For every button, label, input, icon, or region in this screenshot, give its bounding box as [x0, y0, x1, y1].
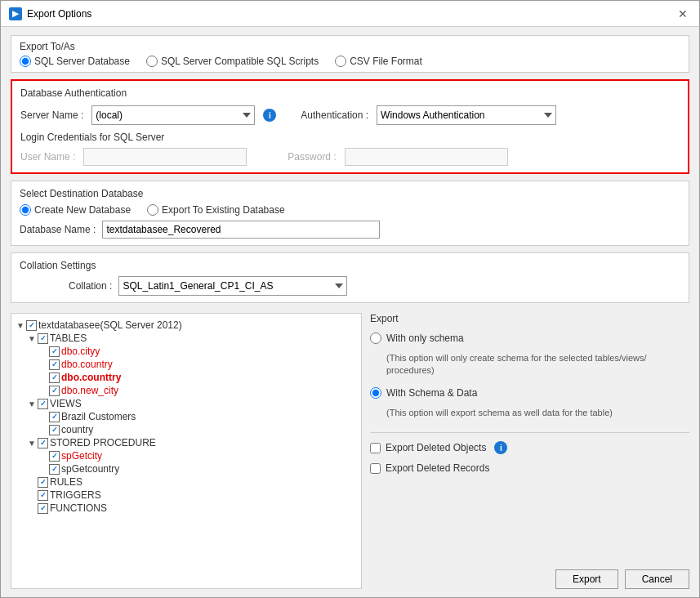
radio-csv-label: CSV File Format	[350, 56, 422, 67]
sp-expand-icon: ▼	[28, 439, 36, 448]
country-label: dbo.country	[61, 359, 113, 370]
new-city-label: dbo.new_city	[61, 385, 118, 396]
export-panel: Export With only schema (This option wil…	[370, 313, 689, 589]
collation-row: Collation : SQL_Latin1_General_CP1_CI_AS	[20, 276, 680, 296]
tables-expand-icon: ▼	[28, 334, 36, 343]
password-input[interactable]	[345, 148, 508, 166]
new-city-checkbox[interactable]	[49, 386, 60, 396]
root-checkbox[interactable]	[26, 320, 37, 331]
cancel-button[interactable]: Cancel	[625, 569, 689, 589]
schema-only-option[interactable]: With only schema	[370, 332, 689, 344]
tables-label: TABLES	[50, 332, 87, 344]
rules-checkbox[interactable]	[38, 477, 48, 488]
triggers-checkbox[interactable]	[38, 490, 48, 501]
schema-data-radio[interactable]	[370, 387, 381, 399]
username-label: User Name :	[20, 151, 75, 163]
schema-data-option[interactable]: With Schema & Data	[370, 387, 689, 399]
tree-new-city[interactable]: dbo.new_city	[16, 384, 356, 397]
export-deleted-objects-row[interactable]: Export Deleted Objects i	[370, 441, 689, 454]
export-to-header: Export To/As	[20, 41, 680, 52]
tree-cityy[interactable]: dbo.cityy	[16, 345, 356, 358]
tree-country-view[interactable]: country	[16, 423, 356, 436]
triggers-label: TRIGGERS	[50, 489, 101, 501]
radio-export-existing[interactable]: Export To Existing Database	[147, 204, 285, 216]
radio-sql-scripts-input[interactable]	[146, 56, 158, 67]
export-options-dialog: ▶ Export Options ✕ Export To/As SQL Serv…	[0, 0, 700, 598]
schema-only-description: (This option will only create schema for…	[386, 352, 689, 377]
tree-functions[interactable]: FUNCTIONS	[16, 502, 356, 515]
radio-sql-server-db[interactable]: SQL Server Database	[20, 56, 130, 67]
radio-csv-input[interactable]	[335, 56, 346, 67]
dbname-input[interactable]	[102, 221, 380, 239]
spgetcountry-label: spGetcountry	[61, 463, 119, 475]
collation-label: Collation :	[69, 280, 112, 292]
export-deleted-info-icon[interactable]: i	[494, 441, 507, 454]
export-deleted-records-row[interactable]: Export Deleted Records	[370, 462, 689, 474]
tree-tables[interactable]: ▼ TABLES	[16, 332, 356, 345]
export-to-row: SQL Server Database SQL Server Compatibl…	[20, 56, 680, 67]
schema-only-radio[interactable]	[370, 332, 381, 344]
username-input[interactable]	[83, 148, 247, 166]
collation-select[interactable]: SQL_Latin1_General_CP1_CI_AS	[118, 276, 347, 296]
close-button[interactable]: ✕	[675, 6, 691, 22]
password-label: Password :	[288, 151, 336, 163]
tree-rules[interactable]: RULES	[16, 475, 356, 489]
root-label: textdatabasee(SQL Server 2012)	[38, 319, 182, 331]
auth-server-row: Server Name : (local) i Authentication :…	[20, 105, 680, 125]
brazil-checkbox[interactable]	[49, 412, 60, 422]
export-deleted-objects-checkbox[interactable]	[370, 443, 381, 453]
radio-sql-db-input[interactable]	[20, 56, 31, 67]
views-expand-icon: ▼	[28, 399, 36, 408]
db-auth-box: Database Authentication Server Name : (l…	[11, 79, 689, 174]
radio-sql-scripts[interactable]: SQL Server Compatible SQL Scripts	[146, 56, 319, 67]
collation-box: Collation Settings Collation : SQL_Latin…	[11, 252, 689, 303]
radio-create-new[interactable]: Create New Database	[20, 204, 131, 216]
credentials-title: Login Credentials for SQL Server	[20, 132, 680, 143]
tree-spgetcountry[interactable]: spGetcountry	[16, 462, 356, 475]
server-name-select[interactable]: (local)	[91, 105, 255, 125]
country-view-label: country	[61, 424, 93, 435]
export-button[interactable]: Export	[555, 569, 618, 589]
radio-sql-scripts-label: SQL Server Compatible SQL Scripts	[161, 56, 319, 67]
auth-select[interactable]: Windows Authentication	[377, 105, 556, 125]
country-view-checkbox[interactable]	[49, 425, 60, 435]
functions-label: FUNCTIONS	[50, 502, 107, 514]
title-bar: ▶ Export Options ✕	[1, 1, 699, 27]
sp-checkbox[interactable]	[38, 438, 48, 448]
views-label: VIEWS	[50, 398, 82, 409]
views-checkbox[interactable]	[38, 399, 48, 409]
country-checkbox[interactable]	[49, 359, 60, 370]
spgetcity-checkbox[interactable]	[49, 451, 60, 462]
dest-db-title: Select Destination Database	[20, 188, 680, 199]
tree-views[interactable]: ▼ VIEWS	[16, 397, 356, 410]
radio-csv-format[interactable]: CSV File Format	[335, 56, 422, 67]
tables-checkbox[interactable]	[38, 333, 48, 344]
export-deleted-objects-label: Export Deleted Objects	[386, 442, 486, 453]
functions-checkbox[interactable]	[38, 503, 48, 514]
counttry-label: dbo.counttry	[61, 372, 121, 383]
spgetcountry-checkbox[interactable]	[49, 464, 60, 475]
server-info-icon[interactable]: i	[263, 109, 276, 122]
dest-db-box: Select Destination Database Create New D…	[11, 181, 689, 246]
tree-country[interactable]: dbo.country	[16, 358, 356, 371]
divider	[370, 432, 689, 433]
root-expand-icon: ▼	[16, 321, 25, 330]
tree-spgetcity[interactable]: spGetcity	[16, 449, 356, 462]
tree-brazil[interactable]: Brazil Customers	[16, 410, 356, 423]
action-buttons: Export Cancel	[370, 563, 689, 589]
radio-create-new-input[interactable]	[20, 204, 31, 216]
title-bar-left: ▶ Export Options	[9, 7, 91, 20]
tree-panel: ▼ textdatabasee(SQL Server 2012) ▼ TABLE…	[11, 313, 362, 589]
tree-counttry[interactable]: dbo.counttry	[16, 371, 356, 384]
tree-stored-proc[interactable]: ▼ STORED PROCEDURE	[16, 436, 356, 449]
export-deleted-records-checkbox[interactable]	[370, 463, 381, 474]
counttry-checkbox[interactable]	[49, 373, 60, 383]
dialog-title: Export Options	[27, 8, 91, 20]
cityy-label: dbo.cityy	[61, 346, 100, 357]
cityy-checkbox[interactable]	[49, 346, 60, 357]
tree-root[interactable]: ▼ textdatabasee(SQL Server 2012)	[16, 319, 356, 332]
schema-only-label: With only schema	[386, 332, 464, 344]
db-auth-title: Database Authentication	[20, 87, 680, 99]
radio-export-existing-input[interactable]	[147, 204, 158, 216]
tree-triggers[interactable]: TRIGGERS	[16, 489, 356, 502]
